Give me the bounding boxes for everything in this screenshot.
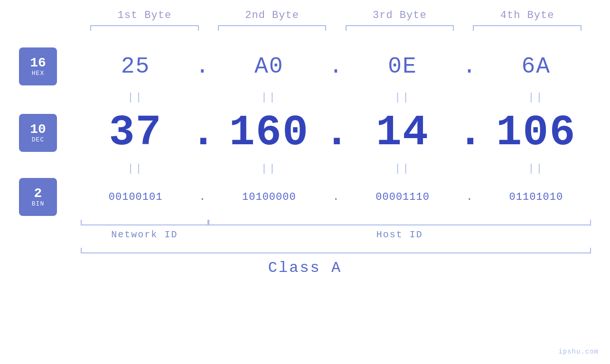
hex-value-1: 25	[121, 54, 150, 79]
dec-badge-wrapper: 10 DEC	[19, 114, 81, 152]
dec-row-container: 10 DEC 37 . 160 . 14 . 106	[19, 107, 591, 159]
eq-cell-7: ||	[348, 163, 458, 175]
bin-value-3: 00001110	[375, 191, 430, 203]
eq-cell-5: ||	[81, 163, 190, 175]
eq-cell-3: ||	[348, 92, 458, 103]
top-bracket-row	[19, 25, 591, 31]
bin-row-container: 2 BIN 00100101 . 10100000 . 00001110 . 0…	[19, 178, 591, 216]
dec-dot-2: .	[324, 109, 348, 157]
byte-label-4: 4th Byte	[463, 9, 591, 21]
bin-value-2: 10100000	[242, 191, 296, 203]
main-container: 1st Byte 2nd Byte 3rd Byte 4th Byte 16 H…	[0, 0, 610, 364]
hex-dot-2: .	[324, 54, 348, 79]
dec-cell-2: 160	[214, 109, 324, 157]
id-labels-row: Network ID Host ID	[19, 229, 591, 240]
hex-base-number: 16	[30, 56, 46, 70]
eq-value-8: ||	[528, 163, 544, 175]
bin-cell-2: 10100000	[214, 191, 324, 203]
bin-base-number: 2	[34, 187, 42, 200]
watermark: ipshu.com	[558, 348, 599, 355]
bin-dot-3: .	[458, 191, 481, 203]
eq-value-5: ||	[127, 163, 143, 175]
bin-value-1: 00100101	[109, 191, 163, 203]
hex-cell-4: 6A	[481, 54, 591, 79]
hex-value-2: A0	[254, 54, 284, 79]
bin-value-4: 01101010	[509, 191, 563, 203]
hex-badge-wrapper: 16 HEX	[19, 47, 81, 85]
bracket-cell-2	[208, 25, 336, 31]
header-row: 1st Byte 2nd Byte 3rd Byte 4th Byte	[19, 9, 591, 21]
network-bracket	[81, 220, 208, 225]
eq-row-1: || || || ||	[81, 88, 591, 107]
eq-cell-8: ||	[481, 163, 591, 175]
byte-label-1: 1st Byte	[81, 9, 208, 21]
host-bracket	[208, 220, 591, 225]
dec-dot-1: .	[190, 109, 214, 157]
dec-cell-4: 106	[481, 109, 591, 157]
bracket-cell-3	[336, 25, 464, 31]
dec-base-number: 10	[30, 123, 46, 136]
dec-cell-3: 14	[348, 109, 458, 157]
bin-cell-3: 00001110	[348, 191, 458, 203]
bin-base-label: BIN	[32, 200, 44, 207]
bracket-cell-1	[81, 25, 208, 31]
bracket-3	[346, 25, 454, 31]
bin-dot-2: .	[324, 191, 348, 203]
class-label: Class A	[19, 259, 591, 277]
hex-cell-2: A0	[214, 54, 324, 79]
dec-value-1: 37	[109, 109, 162, 157]
hex-value-3: 0E	[388, 54, 417, 79]
eq-value-6: ||	[261, 163, 277, 175]
bracket-1	[90, 25, 198, 31]
eq-cell-1: ||	[81, 92, 190, 103]
eq-value-1: ||	[127, 92, 143, 103]
eq-cell-2: ||	[214, 92, 324, 103]
bin-dot-1: .	[190, 191, 214, 203]
dec-cell-1: 37	[81, 109, 190, 157]
dec-dot-3: .	[458, 109, 481, 157]
hex-cell-3: 0E	[348, 54, 458, 79]
byte-label-2: 2nd Byte	[208, 9, 336, 21]
hex-badge: 16 HEX	[19, 47, 57, 85]
hex-value-4: 6A	[522, 54, 551, 79]
eq-cell-4: ||	[481, 92, 591, 103]
bracket-2	[218, 25, 326, 31]
eq-cell-6: ||	[214, 163, 324, 175]
bracket-4	[473, 25, 581, 31]
eq-row-1-container: || || || ||	[19, 88, 591, 107]
byte-label-3: 3rd Byte	[336, 9, 464, 21]
eq-value-7: ||	[394, 163, 411, 175]
dec-base-label: DEC	[32, 136, 44, 143]
class-bracket	[81, 248, 591, 253]
eq-value-3: ||	[394, 92, 411, 103]
hex-base-label: HEX	[32, 70, 44, 77]
hex-row-container: 16 HEX 25 . A0 . 0E . 6A	[19, 45, 591, 88]
bin-badge-wrapper: 2 BIN	[19, 178, 81, 216]
eq-row-2: || || || ||	[81, 159, 591, 178]
network-id-label: Network ID	[81, 229, 208, 240]
eq-value-2: ||	[261, 92, 277, 103]
dec-value-3: 14	[376, 109, 429, 157]
bin-cell-4: 01101010	[481, 191, 591, 203]
bin-cell-1: 00100101	[81, 191, 190, 203]
eq-value-4: ||	[528, 92, 544, 103]
bottom-bracket-row	[19, 220, 591, 225]
bin-data-row: 00100101 . 10100000 . 00001110 . 0110101…	[81, 178, 591, 216]
dec-data-row: 37 . 160 . 14 . 106	[81, 107, 591, 159]
hex-dot-1: .	[190, 54, 214, 79]
dec-value-2: 160	[229, 109, 309, 157]
host-id-label: Host ID	[208, 229, 591, 240]
bracket-cell-4	[463, 25, 591, 31]
hex-data-row: 25 . A0 . 0E . 6A	[81, 45, 591, 88]
hex-dot-3: .	[458, 54, 481, 79]
dec-badge: 10 DEC	[19, 114, 57, 152]
dec-value-4: 106	[496, 109, 576, 157]
hex-cell-1: 25	[81, 54, 190, 79]
bin-badge: 2 BIN	[19, 178, 57, 216]
eq-row-2-container: || || || ||	[19, 159, 591, 178]
